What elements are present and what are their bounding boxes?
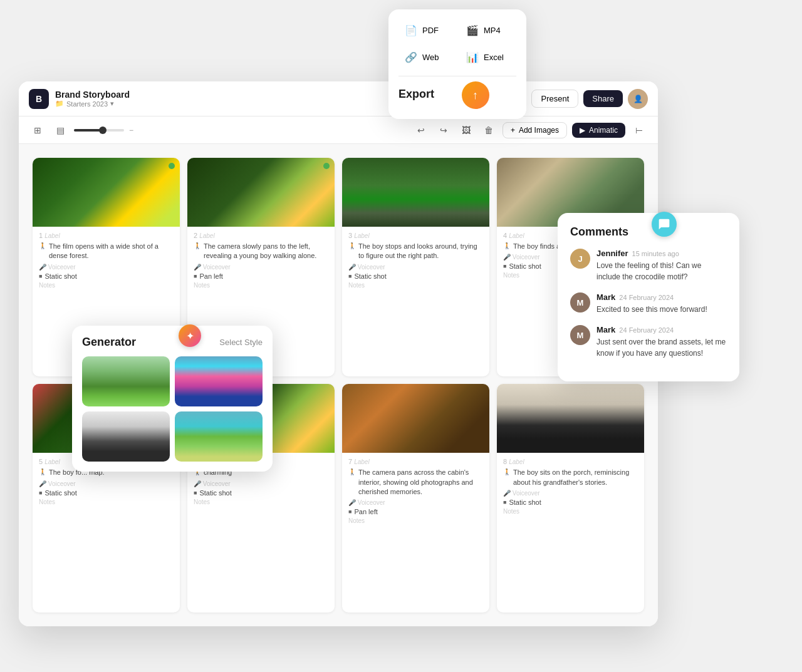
card-shot-row-3: ■ Static shot (348, 272, 483, 280)
card-notes-3: Notes (348, 282, 483, 289)
card-shot-1: Static shot (44, 272, 76, 280)
shot-icon-8: ■ (503, 499, 506, 505)
generator-image-2[interactable] (175, 356, 263, 406)
shot-icon-6: ■ (194, 490, 197, 496)
export-title: Export (398, 88, 434, 101)
shot-icon-5: ■ (39, 490, 42, 496)
card-voiceover-6: 🎤 Voiceover (194, 480, 328, 487)
comment-time-mark2: 24 February 2024 (619, 326, 674, 334)
comment-author-mark1: Mark (596, 292, 615, 302)
plus-icon: + (511, 126, 515, 135)
comment-text-mark1: Excited to see this move forward! (596, 304, 707, 315)
comment-avatar-mark2: M (570, 325, 590, 345)
generator-popup: Generator Select Style (72, 326, 273, 472)
comment-content-mark2: Mark 24 February 2024 Just sent over the… (596, 325, 727, 359)
generator-tree4 (175, 411, 263, 462)
card-shot-row-6: ■ Static shot (194, 489, 328, 497)
card-shot-2: Pan left (199, 272, 222, 280)
present-button[interactable]: Present (531, 90, 578, 108)
card-desc-2: The camera slowly pans to the left, reve… (204, 242, 328, 261)
run-icon-3: 🚶 (348, 242, 356, 249)
chat-icon (658, 218, 670, 230)
card-shot-4: Static shot (509, 262, 541, 270)
export-popup: 📄 PDF 🎬 MP4 🔗 Web 📊 Excel Export ↑ (388, 9, 526, 119)
header-actions: Present Share 👤 (531, 89, 648, 109)
export-options-grid: 📄 PDF 🎬 MP4 🔗 Web 📊 Excel (398, 19, 516, 68)
run-icon-7: 🚶 (348, 468, 356, 475)
generator-image-3[interactable] (82, 411, 170, 462)
comment-author-jennifer: Jennifer (596, 249, 628, 258)
export-pdf-button[interactable]: 📄 PDF (398, 19, 455, 41)
card-image-1 (33, 158, 180, 227)
image-button[interactable]: 🖼 (457, 121, 475, 139)
excel-icon: 📊 (466, 51, 479, 63)
comment-content-mark1: Mark 24 February 2024 Excited to see thi… (596, 292, 707, 315)
collapse-button[interactable]: ⊢ (630, 121, 648, 139)
comment-time-mark1: 24 February 2024 (619, 294, 674, 301)
card-voiceover-5: 🎤 Voiceover (39, 480, 174, 487)
export-upload-button[interactable]: ↑ (462, 81, 489, 109)
add-images-button[interactable]: + Add Images (503, 122, 567, 138)
comment-meta-jennifer: Jennifer 15 minutes ago (596, 249, 727, 258)
generator-tree3 (82, 411, 170, 462)
user-avatar: 👤 (628, 89, 648, 109)
card-desc-row-3: 🚶 The boy stops and looks around, trying… (348, 242, 483, 261)
card-number-1: 1 Label (39, 232, 174, 239)
generator-images-grid (82, 356, 263, 462)
redo-button[interactable]: ↪ (435, 121, 452, 139)
card-shot-6: Static shot (199, 489, 231, 497)
card-desc-7: The camera pans across the cabin's inter… (358, 468, 483, 497)
shot-icon-1: ■ (39, 273, 42, 279)
card-voiceover-8: 🎤 Voiceover (503, 490, 638, 497)
card-shot-8: Static shot (509, 499, 541, 506)
zoom-slider[interactable] (74, 129, 124, 132)
card-number-3: 3 Label (348, 232, 483, 239)
undo-button[interactable]: ↩ (412, 121, 430, 139)
pdf-label: PDF (422, 26, 439, 35)
pdf-icon: 📄 (405, 24, 417, 36)
card-status-dot-2 (323, 163, 330, 169)
generator-image-1[interactable] (82, 356, 170, 406)
mp4-icon: 🎬 (466, 24, 479, 36)
chevron-icon: ▾ (110, 100, 114, 108)
generator-select-style[interactable]: Select Style (219, 338, 263, 347)
export-excel-button[interactable]: 📊 Excel (460, 46, 516, 68)
comments-bubble-button[interactable] (652, 212, 677, 237)
comment-avatar-jennifer: J (570, 249, 590, 269)
card-notes-1: Notes (39, 282, 174, 289)
comment-item-mark2: M Mark 24 February 2024 Just sent over t… (570, 325, 727, 359)
play-icon: ▶ (580, 126, 585, 135)
magic-wand-button[interactable]: ✦ (179, 324, 201, 347)
card-image-2 (187, 158, 335, 227)
share-button[interactable]: Share (583, 90, 623, 107)
story-card-3: 3 Label 🚶 The boy stops and looks around… (342, 158, 489, 376)
animatic-button[interactable]: ▶ Animatic (572, 123, 625, 138)
list-view-button[interactable]: ▤ (51, 121, 69, 139)
card-body-1: 1 Label 🚶 The film opens with a wide sho… (33, 227, 180, 294)
web-label: Web (422, 53, 439, 62)
delete-button[interactable]: 🗑 (480, 121, 497, 139)
card-status-dot-1 (169, 163, 175, 169)
export-web-button[interactable]: 🔗 Web (398, 46, 455, 68)
generator-image-4[interactable] (175, 411, 263, 462)
toolbar-right: ↩ ↪ 🖼 🗑 + Add Images ▶ Animatic ⊢ (412, 121, 648, 139)
mp4-label: MP4 (484, 26, 501, 35)
export-mp4-button[interactable]: 🎬 MP4 (460, 19, 516, 41)
export-divider (398, 76, 516, 76)
card-voiceover-3: 🎤 Voiceover (348, 264, 483, 271)
comment-text-mark2: Just sent over the brand assets, let me … (596, 336, 727, 359)
grid-view-button[interactable]: ⊞ (29, 121, 46, 139)
card-shot-row-8: ■ Static shot (503, 499, 638, 506)
card-number-7: 7 Label (348, 458, 483, 465)
card-voiceover-2: 🎤 Voiceover (194, 264, 328, 271)
zoom-minus[interactable]: − (129, 126, 133, 135)
generator-header: Generator Select Style (82, 336, 263, 349)
card-notes-6: Notes (194, 499, 328, 505)
shot-icon-7: ■ (348, 509, 352, 515)
card-desc-3: The boy stops and looks around, trying t… (358, 242, 483, 261)
card-notes-8: Notes (503, 508, 638, 515)
run-icon-1: 🚶 (39, 242, 46, 249)
folder-icon: 📁 (55, 100, 64, 108)
card-shot-row-1: ■ Static shot (39, 272, 174, 280)
card-shot-row-5: ■ Static shot (39, 489, 174, 497)
